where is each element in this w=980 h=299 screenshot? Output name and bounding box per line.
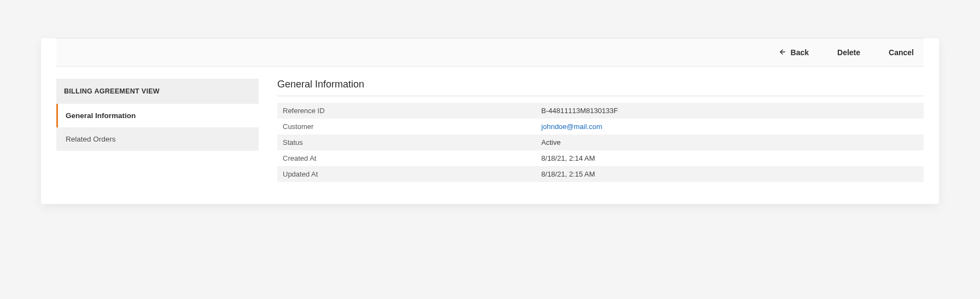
row-value: 8/18/21, 2:15 AM	[536, 166, 924, 182]
main-panel: General Information Reference ID B-44811…	[277, 79, 924, 182]
info-table: Reference ID B-44811113M8130133F Custome…	[277, 103, 924, 182]
action-toolbar: Back Delete Cancel	[56, 38, 924, 67]
customer-link[interactable]: johndoe@mail.com	[541, 122, 602, 131]
row-value: 8/18/21, 2:14 AM	[536, 150, 924, 166]
content-row: BILLING AGREEMENT VIEW General Informati…	[56, 67, 924, 182]
back-button[interactable]: Back	[771, 44, 816, 62]
row-label: Created At	[277, 150, 536, 166]
sidebar-item-general-information[interactable]: General Information	[56, 104, 259, 127]
arrow-left-icon	[779, 48, 786, 57]
row-label: Status	[277, 134, 536, 150]
sidebar-header: BILLING AGREEMENT VIEW	[56, 79, 259, 104]
cancel-button[interactable]: Cancel	[881, 44, 921, 61]
page-card: Back Delete Cancel BILLING AGREEMENT VIE…	[41, 38, 939, 204]
row-label: Updated At	[277, 166, 536, 182]
table-row: Created At 8/18/21, 2:14 AM	[277, 150, 924, 166]
table-row: Reference ID B-44811113M8130133F	[277, 103, 924, 119]
back-label: Back	[791, 48, 809, 57]
table-row: Updated At 8/18/21, 2:15 AM	[277, 166, 924, 182]
delete-label: Delete	[837, 48, 860, 57]
sidebar-item-label: General Information	[66, 112, 136, 120]
cancel-label: Cancel	[889, 48, 914, 57]
table-row: Status Active	[277, 134, 924, 150]
table-row: Customer johndoe@mail.com	[277, 119, 924, 134]
section-title: General Information	[277, 79, 924, 96]
row-label: Customer	[277, 119, 536, 134]
sidebar-item-related-orders[interactable]: Related Orders	[56, 127, 259, 151]
row-value: B-44811113M8130133F	[536, 103, 924, 119]
row-value: Active	[536, 134, 924, 150]
row-value: johndoe@mail.com	[536, 119, 924, 134]
sidebar-item-label: Related Orders	[66, 135, 116, 143]
row-label: Reference ID	[277, 103, 536, 119]
delete-button[interactable]: Delete	[830, 44, 868, 61]
sidebar: BILLING AGREEMENT VIEW General Informati…	[56, 79, 259, 182]
